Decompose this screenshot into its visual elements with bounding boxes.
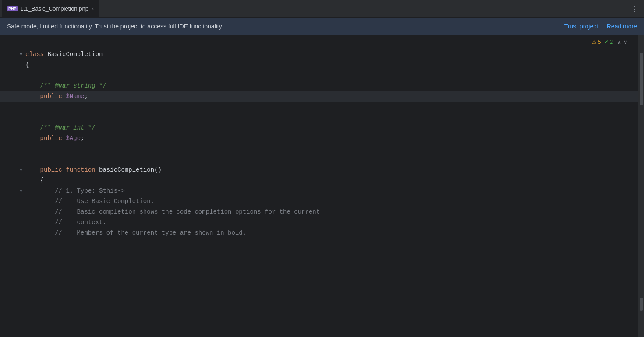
nav-arrows: ∧ ∨ bbox=[616, 39, 628, 46]
table-row: /** @var int */ bbox=[0, 123, 638, 133]
table-row: { bbox=[0, 175, 638, 186]
warning-badge[interactable]: ⚠ 5 bbox=[592, 39, 601, 45]
table-row: /** @var string */ bbox=[0, 81, 638, 91]
close-tab-icon[interactable]: × bbox=[91, 6, 94, 11]
nav-up-arrow[interactable]: ∧ bbox=[616, 39, 622, 46]
trust-project-link[interactable]: Trust project... bbox=[564, 23, 603, 30]
table-row: // Members of the current type are shown… bbox=[0, 228, 638, 238]
safe-mode-banner: Safe mode, limited functionality. Trust … bbox=[0, 18, 644, 35]
vertical-scrollbar[interactable] bbox=[638, 35, 644, 337]
table-row: // Use Basic Completion. bbox=[0, 196, 638, 207]
tab-bar: PHP 1.1_Basic_Completion.php × ⋮ bbox=[0, 0, 644, 18]
table-row: ▼ class BasicCompletion bbox=[0, 49, 638, 60]
safe-mode-message: Safe mode, limited functionality. Trust … bbox=[7, 23, 561, 30]
scrollbar-thumb[interactable] bbox=[640, 53, 643, 105]
check-icon: ✔ bbox=[604, 39, 609, 45]
scrollbar-thumb-small[interactable] bbox=[640, 298, 643, 311]
tab-filename: 1.1_Basic_Completion.php bbox=[21, 5, 88, 12]
table-row bbox=[0, 70, 638, 81]
editor-area: ⚠ 5 ✔ 2 ∧ ∨ ▼ class BasicCompletion bbox=[0, 35, 644, 337]
table-row: ▽ public function basicCompletion() bbox=[0, 165, 638, 175]
code-editor[interactable]: ▼ class BasicCompletion { /** @var strin… bbox=[0, 35, 638, 238]
check-badge[interactable]: ✔ 2 bbox=[604, 39, 613, 45]
php-badge: PHP bbox=[7, 6, 18, 11]
check-count: 2 bbox=[610, 39, 613, 45]
table-row bbox=[0, 154, 638, 165]
fold-function-icon[interactable]: ▽ bbox=[17, 165, 25, 175]
table-row: // context. bbox=[0, 217, 638, 228]
nav-down-arrow[interactable]: ∨ bbox=[623, 39, 628, 46]
fold-class-icon[interactable]: ▼ bbox=[17, 49, 25, 60]
code-area[interactable]: ⚠ 5 ✔ 2 ∧ ∨ ▼ class BasicCompletion bbox=[0, 35, 638, 337]
editor-status-bar: ⚠ 5 ✔ 2 ∧ ∨ bbox=[0, 35, 632, 49]
more-tabs-icon[interactable]: ⋮ bbox=[631, 4, 639, 14]
table-row: public $Age; bbox=[0, 133, 638, 144]
table-row: // Basic completion shows the code compl… bbox=[0, 207, 638, 217]
table-row: public $Name; bbox=[0, 91, 638, 102]
table-row: { bbox=[0, 60, 638, 70]
table-row bbox=[0, 144, 638, 154]
warning-count: 5 bbox=[598, 39, 601, 45]
read-more-link[interactable]: Read more bbox=[607, 23, 637, 30]
tab-file[interactable]: PHP 1.1_Basic_Completion.php × bbox=[2, 0, 99, 17]
warning-icon: ⚠ bbox=[592, 39, 597, 45]
table-row: ▽ // 1. Type: $this-> bbox=[0, 186, 638, 196]
fold-comment-icon[interactable]: ▽ bbox=[17, 186, 25, 196]
table-row bbox=[0, 102, 638, 112]
table-row bbox=[0, 112, 638, 123]
